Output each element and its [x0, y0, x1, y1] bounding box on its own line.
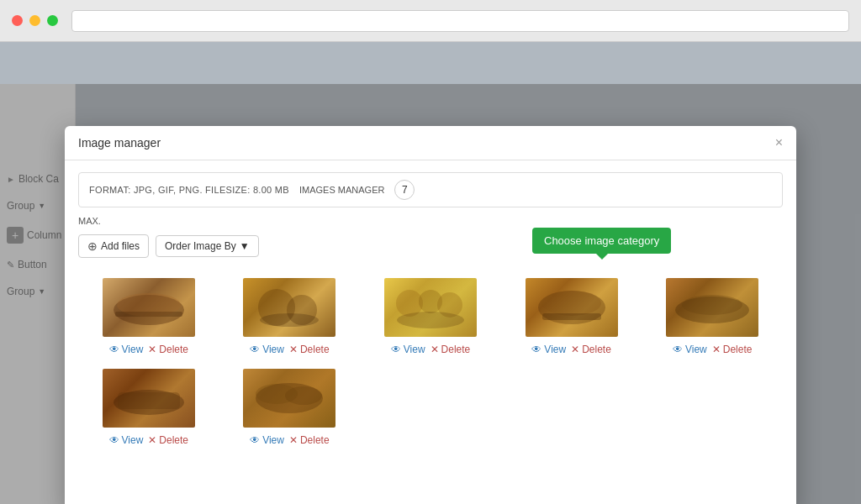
toolbar: ⊕ Add files Order Image By ▼ Choose imag… [78, 234, 783, 258]
image-grid: 👁 View ✕ Delete [78, 271, 783, 453]
image-count-badge: 7 [394, 180, 415, 200]
image-thumbnail[interactable] [384, 278, 477, 337]
image-actions: 👁 View ✕ Delete [250, 344, 329, 355]
image-thumbnail[interactable] [103, 369, 195, 428]
delete-label: Delete [300, 434, 330, 446]
svg-rect-12 [542, 313, 601, 320]
x-icon: ✕ [289, 434, 298, 446]
images-manager-label: IMAGES MANAGER [299, 185, 384, 195]
delete-label: Delete [300, 344, 330, 355]
eye-icon: 👁 [109, 434, 119, 446]
image-thumbnail[interactable] [243, 278, 335, 337]
view-link[interactable]: 👁 View [673, 344, 707, 355]
svg-point-5 [260, 313, 319, 327]
svg-point-19 [285, 386, 322, 405]
eye-icon: 👁 [531, 344, 541, 355]
view-label: View [685, 344, 707, 355]
address-bar[interactable] [71, 10, 849, 32]
max-text: MAX. [78, 216, 783, 226]
thumbnail-svg [243, 278, 335, 337]
delete-label: Delete [441, 344, 471, 355]
view-link[interactable]: 👁 View [109, 434, 144, 446]
image-item: 👁 View ✕ Delete [501, 271, 642, 362]
view-link[interactable]: 👁 View [531, 344, 566, 355]
image-thumbnail[interactable] [243, 369, 335, 428]
order-label: Order Image By [165, 240, 236, 252]
svg-point-14 [682, 295, 742, 315]
image-actions: 👁 View ✕ Delete [673, 344, 752, 355]
image-item: 👁 View ✕ Delete [219, 271, 361, 362]
image-thumbnail[interactable] [103, 278, 195, 337]
add-files-button[interactable]: ⊕ Add files [78, 234, 149, 258]
image-actions: 👁 View ✕ Delete [391, 344, 470, 355]
modal-overlay: Image manager × FORMAT: JPG, GIF, PNG. F… [0, 84, 861, 504]
view-link[interactable]: 👁 View [250, 344, 284, 355]
image-item: 👁 View ✕ Delete [219, 362, 361, 453]
delete-link[interactable]: ✕ Delete [430, 344, 471, 355]
modal-body: FORMAT: JPG, GIF, PNG. FILESIZE: 8.00 MB… [65, 160, 796, 465]
thumbnail-svg [384, 278, 477, 337]
delete-link[interactable]: ✕ Delete [289, 344, 330, 355]
x-icon: ✕ [148, 344, 156, 355]
thumbnail-svg [243, 369, 335, 428]
image-thumbnail[interactable] [526, 278, 618, 337]
tooltip-text: Choose image category [544, 234, 659, 247]
delete-link[interactable]: ✕ Delete [571, 344, 611, 355]
x-icon: ✕ [289, 344, 298, 355]
svg-rect-16 [118, 392, 180, 409]
delete-link[interactable]: ✕ Delete [148, 434, 188, 446]
image-manager-modal: Image manager × FORMAT: JPG, GIF, PNG. F… [65, 126, 796, 504]
modal-close-button[interactable]: × [775, 136, 783, 150]
info-bar: FORMAT: JPG, GIF, PNG. FILESIZE: 8.00 MB… [78, 172, 783, 207]
view-label: View [544, 344, 566, 355]
image-thumbnail[interactable] [666, 278, 758, 337]
x-icon: ✕ [571, 344, 579, 355]
page-background: ► Block Ca Group ▼ + Column ✎ Button Gro… [0, 42, 861, 504]
traffic-light-yellow[interactable] [29, 15, 40, 26]
eye-icon: 👁 [250, 344, 260, 355]
add-files-label: Add files [101, 240, 140, 252]
view-label: View [262, 434, 284, 446]
image-actions: 👁 View ✕ Delete [250, 434, 329, 446]
image-actions: 👁 View ✕ Delete [109, 344, 188, 355]
dropdown-arrow-icon: ▼ [240, 240, 250, 252]
view-link[interactable]: 👁 View [391, 344, 425, 355]
traffic-light-red[interactable] [12, 15, 23, 26]
view-label: View [404, 344, 425, 355]
image-actions: 👁 View ✕ Delete [531, 344, 610, 355]
order-image-by-button[interactable]: Order Image By ▼ [156, 235, 259, 257]
plus-icon: ⊕ [87, 239, 98, 253]
svg-rect-2 [115, 312, 182, 317]
view-label: View [122, 344, 144, 355]
format-info-text: FORMAT: JPG, GIF, PNG. FILESIZE: 8.00 MB [89, 185, 289, 195]
image-item: 👁 View ✕ Delete [642, 271, 783, 362]
eye-icon: 👁 [250, 434, 260, 446]
x-icon: ✕ [712, 344, 721, 355]
delete-link[interactable]: ✕ Delete [289, 434, 330, 446]
view-link[interactable]: 👁 View [109, 344, 144, 355]
svg-point-9 [397, 312, 464, 328]
thumbnail-svg [526, 278, 618, 337]
thumbnail-svg [666, 278, 758, 337]
delete-label: Delete [159, 434, 188, 446]
image-item: 👁 View ✕ Delete [78, 271, 219, 362]
view-label: View [122, 434, 144, 446]
thumbnail-svg [103, 369, 195, 428]
traffic-light-green[interactable] [47, 15, 58, 26]
choose-image-category-tooltip: Choose image category [532, 228, 671, 254]
x-icon: ✕ [430, 344, 439, 355]
eye-icon: 👁 [109, 344, 119, 355]
x-icon: ✕ [148, 434, 156, 446]
eye-icon: 👁 [673, 344, 683, 355]
delete-label: Delete [723, 344, 753, 355]
eye-icon: 👁 [391, 344, 401, 355]
delete-link[interactable]: ✕ Delete [712, 344, 753, 355]
view-label: View [262, 344, 284, 355]
modal-header: Image manager × [65, 126, 796, 160]
delete-label: Delete [582, 344, 611, 355]
image-actions: 👁 View ✕ Delete [109, 434, 188, 446]
delete-link[interactable]: ✕ Delete [148, 344, 188, 355]
modal-title: Image manager [78, 136, 161, 150]
view-link[interactable]: 👁 View [250, 434, 284, 446]
thumbnail-svg [103, 278, 195, 337]
